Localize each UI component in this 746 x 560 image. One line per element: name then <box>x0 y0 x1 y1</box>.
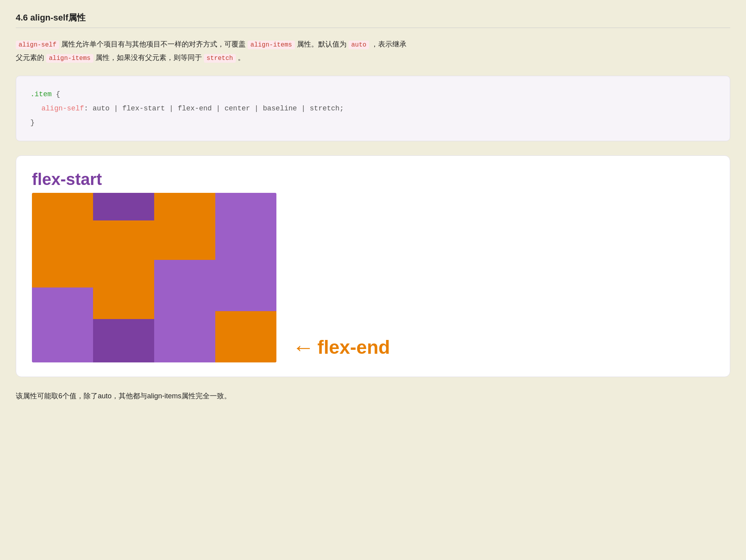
diagram-main-row: ← flex-end <box>32 193 714 362</box>
diagram-wrapper: flex-start <box>32 170 714 362</box>
desc-text-1: 属性允许单个项目有与其他项目不一样的对齐方式，可覆盖 <box>61 40 248 48</box>
code-open-brace: { <box>56 90 60 98</box>
code-value: auto | flex-start | flex-end | center | … <box>93 105 344 112</box>
flex-end-label: flex-end <box>317 336 390 358</box>
code-property: align-self <box>41 105 84 112</box>
right-annotation: ← flex-end <box>292 336 390 362</box>
item-3-purple <box>154 260 215 362</box>
item-1-purple <box>32 287 93 362</box>
item-1-orange <box>32 193 93 287</box>
section-title: 4.6 align-self属性 <box>16 12 730 28</box>
code-colon: : <box>84 105 93 112</box>
item-2-purple-bot <box>93 319 154 362</box>
inline-code-align-items-1: align-items <box>248 41 295 49</box>
item-2-orange <box>93 220 154 319</box>
section-wrapper: 4.6 align-self属性 align-self 属性允许单个项目有与其他… <box>16 12 730 401</box>
item-1 <box>32 193 93 362</box>
bottom-note: 该属性可能取6个值，除了auto，其他都与align-items属性完全一致。 <box>16 391 730 401</box>
item-4-orange-bot <box>215 311 276 362</box>
flex-diagram <box>32 193 276 362</box>
inline-code-stretch: stretch <box>204 54 236 63</box>
code-close-brace: } <box>30 119 35 127</box>
desc-text-5: 。 <box>238 54 245 62</box>
arrow-icon: ← <box>292 336 314 358</box>
item-3-orange <box>154 193 215 260</box>
inline-code-align-self: align-self <box>16 41 59 49</box>
code-block: .item { align-self: auto | flex-start | … <box>16 76 730 141</box>
item-3 <box>154 193 215 362</box>
flex-start-label: flex-start <box>32 170 714 189</box>
arrow-flex-end-group: ← flex-end <box>292 336 390 358</box>
item-4 <box>215 193 276 362</box>
diagram-container: flex-start <box>16 155 730 377</box>
code-line-2: align-self: auto | flex-start | flex-end… <box>30 101 716 116</box>
inline-code-align-items-2: align-items <box>46 54 93 63</box>
item-2 <box>93 193 154 362</box>
inline-code-auto: auto <box>349 41 369 49</box>
description-paragraph: align-self 属性允许单个项目有与其他项目不一样的对齐方式，可覆盖 al… <box>16 37 730 65</box>
desc-text-2: 属性。默认值为 <box>297 40 349 48</box>
code-line-1: .item { <box>30 87 716 101</box>
item-4-purple <box>215 193 276 311</box>
desc-text-4: 属性，如果没有父元素，则等同于 <box>95 54 204 62</box>
code-selector: .item <box>30 90 52 98</box>
code-line-3: } <box>30 116 716 130</box>
item-2-purple-top <box>93 193 154 220</box>
